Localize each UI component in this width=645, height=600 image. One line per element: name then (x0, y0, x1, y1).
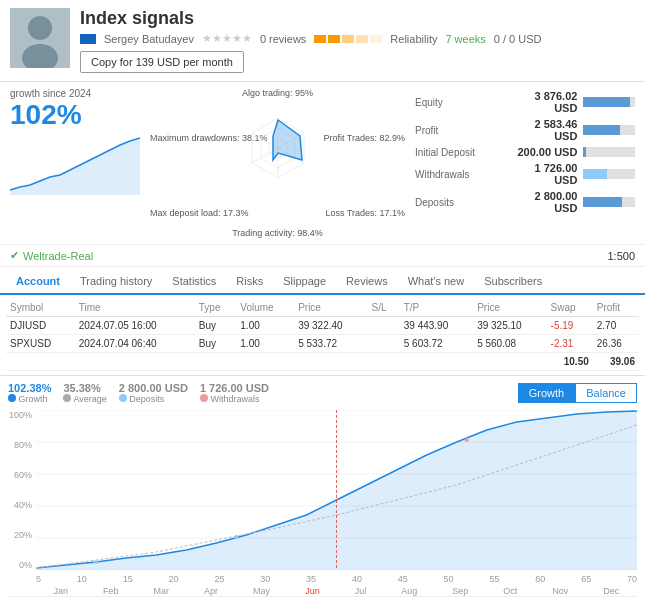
svg-point-1 (28, 16, 52, 40)
trading-activity-label: Trading activity: 98.4% (232, 228, 323, 238)
cell-time: 2024.07.05 16:00 (75, 317, 195, 335)
chart-deposits-value: 2 800.00 USD (119, 382, 188, 394)
chart-average-label: Average (63, 394, 106, 404)
deposits-bar-container (583, 197, 635, 207)
trade-table: Symbol Time Type Volume Price S/L T/P Pr… (6, 299, 639, 371)
reliability-label: Reliability (390, 33, 437, 45)
profit-bar (583, 125, 619, 135)
growth-since-label: growth since 2024 (10, 88, 140, 99)
chart-growth-stat: 102.38% Growth (8, 382, 51, 404)
year-summary-row: 2024 0.09 75.39 15.3 102.38% (8, 596, 637, 600)
growth-chart-small (10, 135, 140, 195)
cell-profit: 2.70 (593, 317, 639, 335)
cell-type: Buy (195, 335, 237, 353)
cell-price: 5 533.72 (294, 335, 367, 353)
equity-row: Equity 3 876.02 USD (415, 88, 635, 116)
cell-sl (368, 317, 400, 335)
chart-growth-label: Growth (8, 394, 51, 404)
tab-reviews[interactable]: Reviews (336, 269, 398, 293)
chart-average-value: 35.38% (63, 382, 106, 394)
tab-account[interactable]: Account (6, 269, 70, 295)
growth-toggle-button[interactable]: Growth (518, 383, 575, 403)
chart-deposits-stat: 2 800.00 USD Deposits (119, 382, 188, 404)
meta-row: ✔ Weltrade-Real 1:500 (0, 244, 645, 267)
max-deposit-label: Max deposit load: 17.3% (150, 208, 249, 218)
table-row: DJIUSD 2024.07.05 16:00 Buy 1.00 39 322.… (6, 317, 639, 335)
chart-withdrawals-value: 1 726.00 USD (200, 382, 269, 394)
tab-risks[interactable]: Risks (226, 269, 273, 293)
th-price2: Price (473, 299, 546, 317)
cell-profit: 26.36 (593, 335, 639, 353)
balance-toggle-button[interactable]: Balance (575, 383, 637, 403)
totals-spacer (6, 353, 547, 371)
initial-bar-container (583, 147, 635, 157)
chart-controls: 102.38% Growth 35.38% Average 2 800.00 U… (8, 382, 637, 404)
svg-point-21 (465, 438, 469, 442)
profit-trades-label: Profit Trades: 82.9% (323, 133, 405, 143)
chart-withdrawals-stat: 1 726.00 USD Withdrawals (200, 382, 269, 404)
reviews-count: 0 reviews (260, 33, 306, 45)
cell-swap: -5.19 (547, 317, 593, 335)
cell-sl (368, 335, 400, 353)
th-time: Time (75, 299, 195, 317)
cell-swap: -2.31 (547, 335, 593, 353)
copy-button[interactable]: Copy for 139 USD per month (80, 51, 244, 73)
th-swap: Swap (547, 299, 593, 317)
tab-subscribers[interactable]: Subscribers (474, 269, 552, 293)
cell-volume: 1.00 (236, 317, 294, 335)
weeks-label: 7 weeks (445, 33, 485, 45)
cell-symbol: DJIUSD (6, 317, 75, 335)
svg-point-20 (234, 535, 238, 539)
tab-trading-history[interactable]: Trading history (70, 269, 162, 293)
radar-chart (238, 108, 318, 188)
totals-profit: 39.06 (593, 353, 639, 371)
th-price: Price (294, 299, 367, 317)
bottom-chart-area: 102.38% Growth 35.38% Average 2 800.00 U… (0, 375, 645, 600)
totals-row: 10.50 39.06 (6, 353, 639, 371)
tab-whats-new[interactable]: What's new (398, 269, 475, 293)
usd-label: 0 / 0 USD (494, 33, 542, 45)
equity-label: Equity (415, 97, 505, 108)
th-tp: T/P (400, 299, 473, 317)
tab-slippage[interactable]: Slippage (273, 269, 336, 293)
deposits-row: Deposits 2 800.00 USD (415, 188, 635, 216)
totals-swap: 10.50 (547, 353, 593, 371)
radar-area: Algo trading: 95% Maximum drawdowns: 38.… (150, 88, 405, 238)
cell-volume: 1.00 (236, 335, 294, 353)
country-flag (80, 34, 96, 44)
main-growth-chart (36, 410, 637, 570)
profit-value: 2 583.46 USD (511, 118, 577, 142)
right-stats: Equity 3 876.02 USD Profit 2 583.46 USD … (415, 88, 635, 238)
avatar (10, 8, 70, 68)
withdrawals-value: 1 726.00 USD (511, 162, 577, 186)
main-stats-section: growth since 2024 102% Algo trading: 95%… (0, 82, 645, 244)
chart-canvas: 5 10 15 20 25 30 35 40 45 50 55 60 65 70… (36, 410, 637, 596)
chart-withdrawals-label: Withdrawals (200, 394, 269, 404)
deposits-label: Deposits (415, 197, 505, 208)
platform-name: Weltrade-Real (23, 250, 93, 262)
profit-label: Profit (415, 125, 505, 136)
growth-area: growth since 2024 102% (10, 88, 140, 238)
initial-label: Initial Deposit (415, 147, 505, 158)
chart-average-stat: 35.38% Average (63, 382, 106, 404)
th-type: Type (195, 299, 237, 317)
withdrawals-row: Withdrawals 1 726.00 USD (415, 160, 635, 188)
platform-info: ✔ Weltrade-Real (10, 249, 93, 262)
cell-time: 2024.07.04 06:40 (75, 335, 195, 353)
cell-tp: 5 603.72 (400, 335, 473, 353)
equity-bar-container (583, 97, 635, 107)
page-title: Index signals (80, 8, 635, 29)
deposits-bar (583, 197, 622, 207)
month-labels: Jan Feb Mar Apr May Jun Jul Aug Sep Oct … (36, 586, 637, 596)
cell-price: 39 322.40 (294, 317, 367, 335)
loss-trades-label: Loss Trades: 17.1% (325, 208, 405, 218)
author-name: Sergey Batudayev (104, 33, 194, 45)
table-row: SPXUSD 2024.07.04 06:40 Buy 1.00 5 533.7… (6, 335, 639, 353)
svg-point-19 (94, 560, 98, 564)
growth-value: 102% (10, 99, 140, 131)
initial-value: 200.00 USD (511, 146, 577, 158)
tab-statistics[interactable]: Statistics (162, 269, 226, 293)
withdrawals-bar (583, 169, 606, 179)
header-info: Index signals Sergey Batudayev ★★★★★ 0 r… (80, 8, 635, 73)
y-axis: 100% 80% 60% 40% 20% 0% (8, 410, 36, 570)
